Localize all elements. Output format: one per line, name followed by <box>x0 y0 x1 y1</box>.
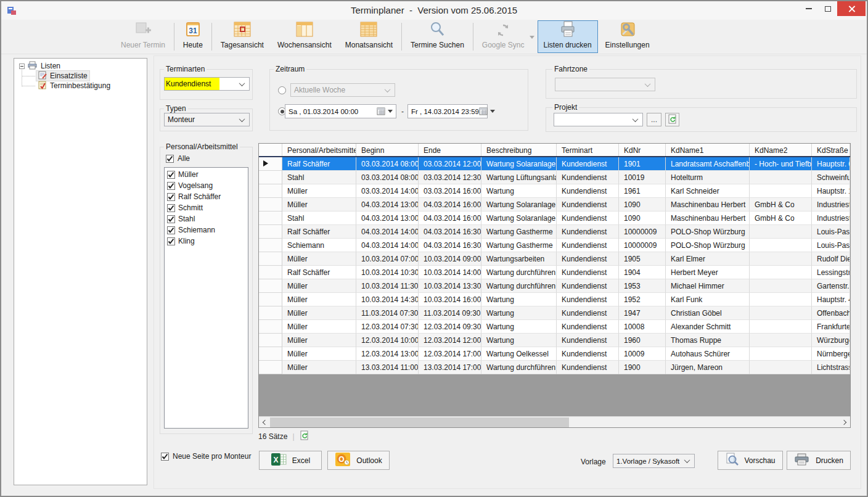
cell[interactable]: Schiemann <box>282 239 356 252</box>
table-row[interactable]: Müller12.03.2014 07:3012.03.2014 09:30Wa… <box>259 320 850 334</box>
checkbox-checked-icon[interactable] <box>167 237 175 245</box>
cell[interactable] <box>750 266 812 279</box>
cell[interactable]: 1904 <box>619 266 666 279</box>
cell[interactable]: Schweinfurte <box>812 171 850 184</box>
cell[interactable] <box>750 347 812 361</box>
cell[interactable] <box>750 306 812 320</box>
cell[interactable] <box>750 239 812 252</box>
table-row[interactable]: Müller10.03.2014 11:3010.03.2014 13:30Wa… <box>259 279 850 293</box>
projekt-refresh-button[interactable] <box>665 113 679 126</box>
row-header[interactable] <box>259 361 282 374</box>
cell[interactable]: 10019 <box>619 171 666 184</box>
cell[interactable]: 12.03.2014 09:30 <box>419 320 481 334</box>
column-header[interactable]: KdName1 <box>666 144 750 156</box>
cell[interactable]: Hotelturm <box>666 171 750 184</box>
cell[interactable] <box>750 361 812 374</box>
table-row[interactable]: Müller13.03.2014 11:0013.03.2014 17:00Wa… <box>259 361 850 374</box>
projekt-browse-button[interactable]: ... <box>647 113 661 126</box>
row-header[interactable] <box>259 293 282 306</box>
row-header[interactable] <box>259 239 282 252</box>
cell[interactable]: Industriestras <box>812 198 850 212</box>
cell[interactable]: Hauptstr. 11 <box>812 184 850 198</box>
cell[interactable] <box>750 293 812 306</box>
cell[interactable]: 10.03.2014 09:00 <box>419 252 481 266</box>
table-row[interactable]: Müller04.03.2014 13:0004.03.2014 16:00Wa… <box>259 198 850 212</box>
cell[interactable]: Müller <box>282 293 356 306</box>
cell[interactable] <box>750 334 812 347</box>
cell[interactable]: 10009 <box>619 347 666 361</box>
column-header[interactable]: Personal/Arbeitsmittel <box>282 144 356 156</box>
table-row[interactable]: Müller12.03.2014 10:0012.03.2014 12:00Wa… <box>259 334 850 347</box>
grid-corner-cell[interactable] <box>259 144 282 156</box>
cell[interactable]: GmbH & Co <box>750 198 812 212</box>
table-row[interactable]: Stahl03.03.2014 08:0003.03.2014 12:30War… <box>259 171 850 184</box>
cell[interactable]: Müller <box>282 184 356 198</box>
cell[interactable]: Gartenstr. 22 <box>812 279 850 293</box>
cell[interactable]: Wartungsarbeiten <box>481 252 557 266</box>
table-row[interactable]: Ralf Schäffer10.03.2014 10:3010.03.2014 … <box>259 266 850 279</box>
column-header[interactable]: KdName2 <box>750 144 812 156</box>
cell[interactable]: Louis-Pasteu <box>812 239 850 252</box>
excel-button[interactable]: X Excel <box>259 451 322 470</box>
cell[interactable]: Wartung durchführen <box>481 279 557 293</box>
horizontal-scrollbar[interactable] <box>259 416 850 427</box>
heute-button[interactable]: 31 Heute <box>177 20 209 53</box>
cell[interactable]: Wartung <box>481 320 557 334</box>
cell[interactable]: 10.03.2014 13:30 <box>419 279 481 293</box>
cell[interactable]: 1905 <box>619 252 666 266</box>
cell[interactable]: 10008 <box>619 320 666 334</box>
cell[interactable]: 04.03.2014 13:00 <box>356 198 419 212</box>
column-header[interactable]: Beschreibung <box>481 144 557 156</box>
cell[interactable]: 12.03.2014 10:00 <box>356 334 419 347</box>
table-row[interactable]: Müller03.03.2014 14:0003.03.2014 16:00Wa… <box>259 184 850 198</box>
cell[interactable]: Wartung <box>481 306 557 320</box>
cell[interactable] <box>750 320 812 334</box>
personal-list[interactable]: MüllerVogelsangRalf SchäfferSchmittStahl… <box>164 167 248 429</box>
cell[interactable]: Offenbacher <box>812 306 850 320</box>
column-header[interactable]: Terminart <box>557 144 619 156</box>
cell[interactable]: Alexander Schmitt <box>666 320 750 334</box>
cell[interactable]: Wartung Solaranlage <box>481 198 557 212</box>
cell[interactable]: Louis-Pasteu <box>812 225 850 239</box>
einstellungen-button[interactable]: Einstellungen <box>599 20 656 53</box>
cell[interactable]: Kundendienst <box>557 293 619 306</box>
cell[interactable]: Wartung Gastherme <box>481 225 557 239</box>
cell[interactable]: Kundendienst <box>557 239 619 252</box>
personal-checkbox-item[interactable]: Kling <box>165 236 248 247</box>
cell[interactable]: Kundendienst <box>557 266 619 279</box>
table-row[interactable]: Ralf Schäffer03.03.2014 08:0003.03.2014 … <box>259 157 850 171</box>
table-row[interactable]: Müller10.03.2014 14:3010.03.2014 16:00Wa… <box>259 293 850 306</box>
cell[interactable]: Kundendienst <box>557 306 619 320</box>
row-header[interactable] <box>259 198 282 212</box>
cell[interactable] <box>750 252 812 266</box>
cell[interactable]: 04.03.2014 14:00 <box>356 225 419 239</box>
date-to-picker[interactable]: Fr , 14.03.2014 23:59 <box>407 104 488 118</box>
row-header[interactable] <box>259 334 282 347</box>
cell[interactable]: Wartung Oelkessel <box>481 347 557 361</box>
alle-checkbox[interactable]: Alle <box>166 154 190 163</box>
cell[interactable]: Müller <box>282 347 356 361</box>
cell[interactable]: Rudolf Diese <box>812 252 850 266</box>
fahrtzone-select[interactable] <box>555 78 655 91</box>
outlook-button[interactable]: O Outlook <box>327 451 390 470</box>
cell[interactable]: 13.03.2014 11:00 <box>356 361 419 374</box>
cell[interactable]: Thomas Ruppe <box>666 334 750 347</box>
cell[interactable]: Kundendienst <box>557 279 619 293</box>
scroll-left-button[interactable] <box>259 417 269 428</box>
cell[interactable]: 1961 <box>619 184 666 198</box>
wochensansicht-button[interactable]: Wochensansicht <box>271 20 338 53</box>
column-header[interactable]: KdStraße <box>812 144 850 156</box>
cell[interactable]: Kundendienst <box>557 225 619 239</box>
cell[interactable]: Industriestras <box>812 212 850 225</box>
listen-drucken-button[interactable]: Listen drucken <box>538 20 598 53</box>
checkbox-checked-icon[interactable] <box>167 226 175 234</box>
cell[interactable]: 10.03.2014 14:30 <box>356 293 419 306</box>
cell[interactable]: 04.03.2014 16:30 <box>419 239 481 252</box>
table-row[interactable]: Müller10.03.2014 07:0010.03.2014 09:00Wa… <box>259 252 850 266</box>
cell[interactable]: Müller <box>282 320 356 334</box>
cell[interactable]: 1090 <box>619 198 666 212</box>
vorlage-select[interactable]: 1.Vorlage / Sykasoft <box>613 454 695 468</box>
cell[interactable] <box>750 225 812 239</box>
cell[interactable]: 1952 <box>619 293 666 306</box>
cell[interactable]: Wartung <box>481 184 557 198</box>
